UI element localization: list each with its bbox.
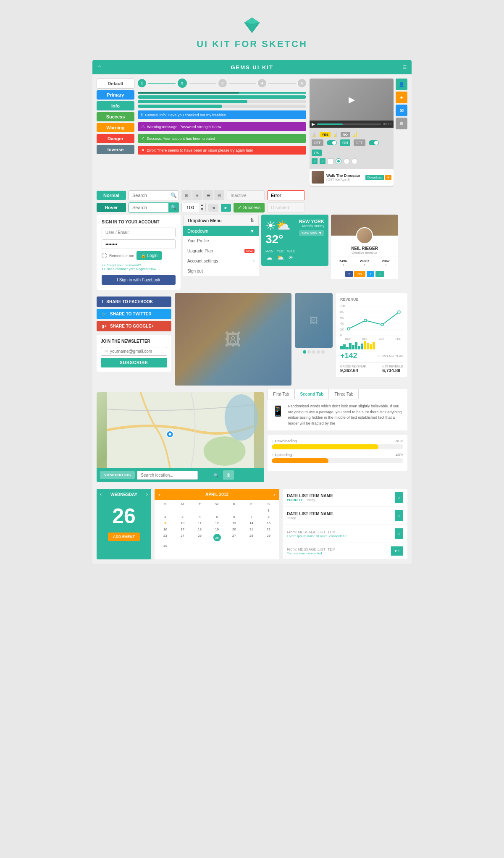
forgot-password-link[interactable]: >> Forgot your password? >> Not a member… — [102, 263, 176, 271]
number-field[interactable] — [182, 203, 199, 212]
fb-social-btn[interactable]: f — [345, 271, 353, 277]
date-arrow-3[interactable]: › — [395, 528, 403, 539]
no-toggle[interactable]: NO — [341, 132, 350, 137]
cal-day[interactable]: 9 — [157, 520, 174, 526]
cal-day[interactable] — [174, 543, 191, 549]
cal-day[interactable] — [174, 507, 191, 514]
cal-day[interactable]: 24 — [174, 533, 191, 543]
next-arrow-btn[interactable]: ► — [221, 204, 231, 212]
tw-social-btn[interactable]: t — [367, 271, 374, 277]
cal-day[interactable]: 6 — [226, 514, 243, 520]
cal-day[interactable]: 26 — [208, 533, 226, 543]
cal-day[interactable]: 4 — [191, 514, 208, 520]
newsletter-email-input[interactable] — [110, 349, 163, 354]
cal-day[interactable]: 2 — [157, 514, 174, 520]
checkbox-2[interactable]: ✓ — [320, 158, 326, 164]
map-search-input[interactable] — [137, 471, 198, 480]
default-button[interactable]: Default — [97, 79, 134, 89]
cal-day[interactable]: 12 — [208, 520, 226, 526]
grid-view-btn[interactable]: ⊞ — [181, 190, 192, 200]
cal-day[interactable] — [226, 507, 243, 514]
error-input[interactable] — [267, 190, 305, 200]
cal-day[interactable]: 30 — [157, 543, 174, 549]
yes-toggle[interactable]: YES — [320, 132, 331, 137]
toggle-switch-1[interactable] — [327, 140, 337, 145]
tab-three[interactable]: Three Tab — [329, 389, 359, 399]
menu-icon[interactable]: ≡ — [403, 63, 407, 71]
share-twitter-button[interactable]: 🐦 SHARE TO TWITTER — [97, 309, 171, 319]
heart-button[interactable]: ♥ 1 — [391, 546, 403, 556]
user-icon[interactable]: 👤 — [396, 79, 407, 90]
location-dropdown[interactable]: New york ▼ — [299, 230, 324, 236]
next-day-button[interactable]: › — [146, 491, 148, 497]
cal-day[interactable]: 14 — [243, 520, 260, 526]
password-input[interactable] — [102, 239, 176, 249]
date-arrow-1[interactable]: › — [395, 492, 403, 503]
remember-radio[interactable] — [102, 253, 107, 258]
detail-view-btn[interactable]: ☰ — [203, 190, 213, 200]
cal-day[interactable] — [208, 507, 226, 514]
success-button[interactable]: Success — [97, 112, 134, 121]
cal-day[interactable]: 20 — [226, 526, 243, 533]
cal-day[interactable] — [191, 543, 208, 549]
slide-dot-1[interactable] — [303, 350, 306, 354]
username-input[interactable] — [102, 228, 176, 237]
cal-day[interactable] — [243, 543, 260, 549]
inverse-button[interactable]: Inverse — [97, 145, 134, 154]
increment-button[interactable]: ▲ — [199, 203, 205, 207]
warning-button[interactable]: Warning — [97, 123, 134, 132]
cal-day[interactable]: 11 — [191, 520, 208, 526]
cal-day[interactable]: 19 — [208, 526, 226, 533]
share-facebook-button[interactable]: f SHARE TO FACEBOOK — [97, 296, 171, 307]
rss-social-btn[interactable]: rss — [354, 271, 365, 277]
cal-day[interactable]: 18 — [191, 526, 208, 533]
share-google-button[interactable]: g+ SHARE TO GOOGLE+ — [97, 321, 171, 331]
toggle-switch-2[interactable] — [369, 140, 379, 145]
location-button[interactable]: ⊕ — [223, 470, 234, 480]
dropdown-header[interactable]: Dropdown Menu ⇅ — [183, 215, 259, 226]
cal-day[interactable]: 25 — [191, 533, 208, 543]
cal-day[interactable] — [260, 543, 277, 549]
expand-view-btn[interactable]: ⊟ — [214, 190, 224, 200]
view-photos-button[interactable]: VIEW PHOTOS — [100, 471, 135, 479]
download-button[interactable]: Download — [365, 175, 385, 180]
play-icon[interactable]: ▶ — [312, 122, 315, 126]
cal-day[interactable] — [157, 507, 174, 514]
search-button-normal[interactable]: 🔍 — [171, 192, 177, 198]
tab-second[interactable]: Second Tab — [294, 389, 329, 399]
cal-day[interactable]: 7 — [243, 514, 260, 520]
login-button[interactable]: 🔒 Login — [136, 251, 162, 260]
add-event-button[interactable]: ADD EVENT — [108, 533, 140, 541]
slide-dot-2[interactable] — [307, 350, 311, 354]
cal-day[interactable]: 27 — [226, 533, 243, 543]
checkbox-1[interactable]: ✓ — [312, 158, 318, 164]
radio-2[interactable] — [344, 158, 349, 164]
decrement-button[interactable]: ▼ — [199, 207, 205, 212]
prev-arrow-btn[interactable]: ◄ — [208, 204, 218, 212]
cal-day[interactable]: 8 — [260, 514, 277, 520]
cal-day[interactable]: 29 — [260, 533, 277, 543]
next-month-button[interactable]: › — [273, 491, 275, 498]
date-arrow-2[interactable]: › — [395, 510, 403, 521]
cal-day[interactable]: 10 — [174, 520, 191, 526]
normal-button[interactable]: Normal — [97, 191, 126, 200]
cal-day[interactable]: 23 — [157, 533, 174, 543]
star-icon[interactable]: ★ — [396, 92, 407, 103]
music-social-btn[interactable]: ♪ — [375, 271, 384, 277]
home-icon[interactable]: ⌂ — [97, 63, 102, 71]
prev-day-button[interactable]: ‹ — [100, 491, 102, 497]
dropdown-item-signout[interactable]: Sign out — [183, 266, 259, 276]
mail-icon[interactable]: ✉ — [396, 105, 407, 116]
cal-day[interactable]: 15 — [260, 520, 277, 526]
cal-day[interactable]: 22 — [260, 526, 277, 533]
tab-first[interactable]: First Tab — [268, 389, 294, 399]
cal-day[interactable]: 1 — [260, 507, 277, 514]
cal-day[interactable] — [191, 507, 208, 514]
subscribe-button[interactable]: SUBSCRIBE — [101, 358, 167, 367]
cal-day[interactable]: 16 — [157, 526, 174, 533]
slide-dot-4[interactable] — [317, 350, 320, 354]
checkbox-3[interactable] — [328, 158, 333, 164]
facebook-login-button[interactable]: f Sign in with Facebook — [102, 275, 176, 285]
slide-dot-5[interactable] — [321, 350, 325, 354]
primary-button[interactable]: Primary — [97, 90, 134, 100]
